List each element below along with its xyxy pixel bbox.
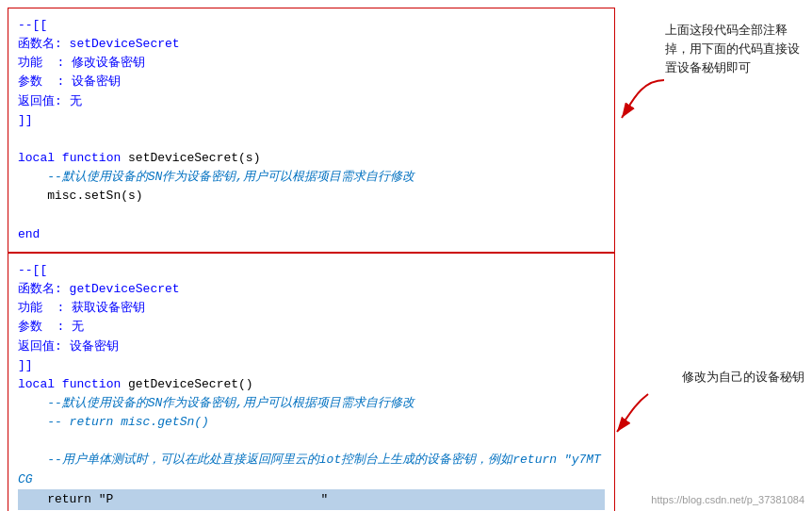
code-line: --用户单体测试时，可以在此处直接返回阿里云的iot控制台上生成的设备密钥，例如… (18, 451, 605, 488)
code-block-bottom: --[[ 函数名: getDeviceSecret 功能 : 获取设备密钥 参数… (8, 253, 615, 511)
code-block-top: --[[ 函数名: setDeviceSecret 功能 : 修改设备密钥 参数… (8, 8, 615, 253)
code-line: ]] (18, 356, 605, 375)
arrow-bottom (617, 394, 648, 432)
code-line (18, 130, 605, 149)
code-line (18, 432, 605, 451)
code-line: 功能 : 修改设备密钥 (18, 54, 605, 73)
code-line: 函数名: setDeviceSecret (18, 35, 605, 54)
code-line: ]] (18, 111, 605, 130)
code-line: 参数 : 设备密钥 (18, 73, 605, 91)
code-line: local function getDeviceSecret() (18, 375, 605, 394)
page-container: --[[ 函数名: setDeviceSecret 功能 : 修改设备密钥 参数… (0, 0, 812, 511)
callout-bottom: 修改为自己的设备秘钥 (682, 368, 804, 387)
code-line (18, 206, 605, 224)
code-line: 返回值: 设备密钥 (18, 338, 605, 356)
code-line: --默认使用设备的SN作为设备密钥,用户可以根据项目需求自行修改 (18, 168, 605, 187)
arrow-top (622, 80, 664, 118)
code-line: --默认使用设备的SN作为设备密钥,用户可以根据项目需求自行修改 (18, 394, 605, 413)
code-line: --[[ (18, 261, 605, 280)
url-label: https://blog.csdn.net/p_37381084 (651, 493, 804, 507)
callout-top: 上面这段代码全部注释掉，用下面的代码直接设置设备秘钥即可 (665, 21, 804, 77)
code-line: end (18, 225, 605, 244)
code-line: -- return misc.getSn() (18, 413, 605, 432)
code-line: 返回值: 无 (18, 92, 605, 111)
code-line: 函数名: getDeviceSecret (18, 280, 605, 299)
return-line: return "P " (18, 489, 605, 510)
code-line: 参数 : 无 (18, 318, 605, 337)
code-line: --[[ (18, 16, 605, 35)
code-line: misc.setSn(s) (18, 187, 605, 206)
code-line: 功能 : 获取设备密钥 (18, 299, 605, 318)
code-line: local function setDeviceSecret(s) (18, 149, 605, 168)
